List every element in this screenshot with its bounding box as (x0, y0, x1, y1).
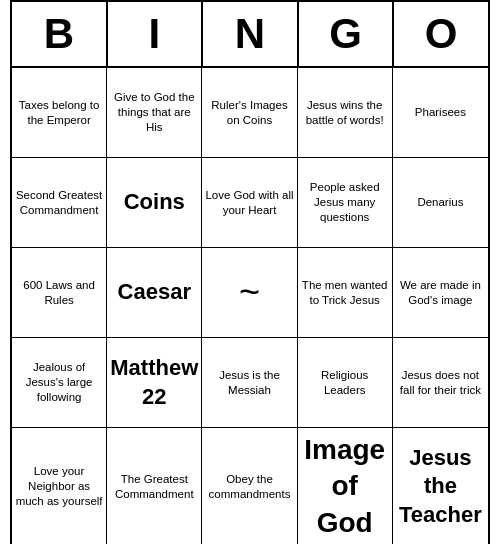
bingo-cell-12[interactable]: ~ (202, 248, 297, 338)
bingo-cell-8[interactable]: People asked Jesus many questions (298, 158, 393, 248)
bingo-cell-20[interactable]: Love your Neighbor as much as yourself (12, 428, 107, 544)
bingo-header: B I N G O (12, 2, 488, 68)
bingo-cell-18[interactable]: Religious Leaders (298, 338, 393, 428)
bingo-cell-16[interactable]: Matthew 22 (107, 338, 202, 428)
bingo-cell-0[interactable]: Taxes belong to the Emperor (12, 68, 107, 158)
bingo-cell-13[interactable]: The men wanted to Trick Jesus (298, 248, 393, 338)
bingo-cell-21[interactable]: The Greatest Commandment (107, 428, 202, 544)
bingo-cell-22[interactable]: Obey the commandments (202, 428, 297, 544)
header-g: G (299, 2, 395, 66)
bingo-cell-7[interactable]: Love God with all your Heart (202, 158, 297, 248)
header-o: O (394, 2, 488, 66)
bingo-cell-17[interactable]: Jesus is the Messiah (202, 338, 297, 428)
bingo-cell-9[interactable]: Denarius (393, 158, 488, 248)
bingo-cell-24[interactable]: Jesus the Teacher (393, 428, 488, 544)
bingo-cell-11[interactable]: Caesar (107, 248, 202, 338)
bingo-cell-15[interactable]: Jealous of Jesus's large following (12, 338, 107, 428)
bingo-cell-5[interactable]: Second Greatest Commandment (12, 158, 107, 248)
bingo-cell-1[interactable]: Give to God the things that are His (107, 68, 202, 158)
bingo-cell-10[interactable]: 600 Laws and Rules (12, 248, 107, 338)
bingo-cell-19[interactable]: Jesus does not fall for their trick (393, 338, 488, 428)
bingo-card: B I N G O Taxes belong to the EmperorGiv… (10, 0, 490, 544)
bingo-cell-2[interactable]: Ruler's Images on Coins (202, 68, 297, 158)
bingo-cell-14[interactable]: We are made in God's image (393, 248, 488, 338)
header-n: N (203, 2, 299, 66)
header-i: I (108, 2, 204, 66)
bingo-cell-23[interactable]: Image of God (298, 428, 393, 544)
bingo-cell-4[interactable]: Pharisees (393, 68, 488, 158)
header-b: B (12, 2, 108, 66)
bingo-cell-6[interactable]: Coins (107, 158, 202, 248)
bingo-cell-3[interactable]: Jesus wins the battle of words! (298, 68, 393, 158)
bingo-grid: Taxes belong to the EmperorGive to God t… (12, 68, 488, 544)
